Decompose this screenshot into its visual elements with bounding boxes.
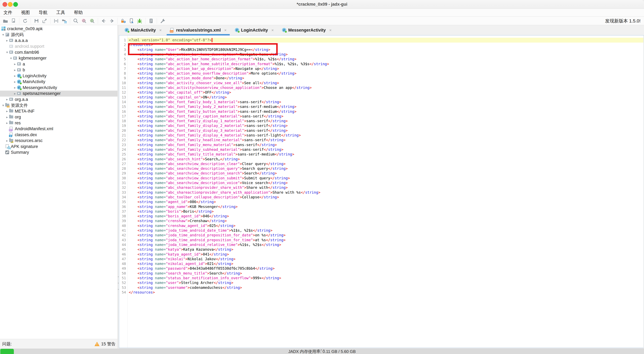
tree-toggle-icon[interactable]: ▸	[13, 74, 17, 78]
panel-splitter[interactable]	[118, 25, 119, 339]
line-number: 3	[124, 47, 126, 52]
tree-toggle-icon[interactable]: ▾	[1, 33, 5, 37]
tree-toggle-icon[interactable]: ▸	[13, 68, 17, 72]
code-line: <string name="user">Sterling Archer</str…	[129, 280, 233, 285]
tree-toggle-icon[interactable]: ▸	[13, 62, 17, 66]
package-view-icon[interactable]	[60, 17, 68, 24]
line-number: 29	[122, 171, 126, 176]
text-search-icon[interactable]	[72, 17, 80, 24]
code-line: <string name="abc_action_mode_done">Done…	[129, 76, 244, 81]
tree-item-classes-dex[interactable]: J classes.dex	[0, 132, 118, 138]
tree-toggle-icon[interactable]: ▸	[5, 39, 9, 42]
line-number: 34	[122, 195, 126, 200]
tree-item-org-a-a[interactable]: ▸ org.a.a	[0, 96, 118, 102]
preferences-icon[interactable]	[158, 17, 167, 24]
close-tab-icon[interactable]: ×	[271, 28, 274, 33]
deobfuscation-icon[interactable]	[119, 17, 127, 24]
tree-item-spetsnazmessenger[interactable]: ▸ spetsnazmessenger	[0, 91, 118, 97]
line-number: 17	[122, 114, 126, 119]
tree-item-messengeractivity[interactable]: ▸ c MessengerActivity	[0, 85, 118, 91]
open-file-icon[interactable]	[1, 17, 10, 24]
tree-item-crackme-0x09-apk[interactable]: crackme_0x09.apk	[0, 26, 118, 32]
quark-icon[interactable]	[127, 17, 136, 24]
title-bar: *crackme_0x09 - jadx-gui	[0, 0, 644, 9]
tree-toggle-icon[interactable]: ▸	[5, 121, 9, 125]
tree-toggle-icon[interactable]: ▸	[5, 115, 9, 119]
code-line: <string name="joda_time_android_date_tim…	[129, 228, 272, 233]
class-search-icon[interactable]	[80, 17, 88, 24]
export-icon[interactable]	[40, 17, 49, 24]
add-files-icon[interactable]	[10, 17, 18, 24]
tree-item-kgbmessenger[interactable]: ▾ kgbmessenger	[0, 55, 118, 61]
back-icon[interactable]	[100, 17, 108, 24]
flatten-packages-icon[interactable]	[52, 17, 60, 24]
code-line: <string name="search_menu_title">Search<…	[129, 271, 242, 276]
pkg-icon	[17, 91, 22, 96]
menu-工具[interactable]: 工具	[56, 9, 65, 15]
tree-item-resources-arsc[interactable]: ▸ resources.arsc	[0, 138, 118, 144]
line-number: 18	[122, 119, 126, 123]
close-tab-icon[interactable]: ×	[224, 28, 226, 33]
tree-item-res[interactable]: ▸ res	[0, 120, 118, 126]
tree-toggle-icon[interactable]: ▸	[13, 92, 17, 95]
tree-item-label: a	[23, 62, 25, 67]
tree-item-a-a-a-a[interactable]: ▸ a.a.a.a	[0, 37, 118, 43]
line-number-gutter: 1234567891011121314151617181920212223242…	[119, 35, 128, 348]
tab-messengeractivity[interactable]: c MessengerActivity ×	[278, 25, 336, 35]
tab-loginactivity[interactable]: c LoginActivity ×	[231, 25, 278, 35]
tree-item-a[interactable]: ▸ a	[0, 61, 118, 67]
tree-toggle-icon[interactable]: ▾	[9, 56, 13, 60]
tree-item-源代码[interactable]: ▾ 源代码	[0, 32, 118, 38]
reload-icon[interactable]	[21, 17, 29, 24]
log-viewer-icon[interactable]	[147, 17, 155, 24]
tree-item-mainactivity[interactable]: ▸ c MainActivity	[0, 79, 118, 85]
menu-文件[interactable]: 文件	[4, 9, 12, 15]
tree-item-b[interactable]: ▸ b	[0, 67, 118, 73]
line-number: 16	[122, 109, 126, 114]
tree-item-org[interactable]: ▸ org	[0, 114, 118, 120]
forward-icon[interactable]	[108, 17, 116, 24]
tree-item-android-support[interactable]: android.support	[0, 43, 118, 49]
tree-toggle-icon[interactable]: ▸	[13, 80, 17, 84]
menu-视图[interactable]: 视图	[21, 9, 30, 15]
tree-toggle-icon[interactable]: ▸	[5, 139, 9, 143]
code-line: <string name="abc_font_family_menu_mater…	[129, 143, 277, 147]
tree-toggle-icon[interactable]: ▾	[1, 104, 5, 107]
tree-item-com-tlamb96[interactable]: ▾ com.tlamb96	[0, 49, 118, 55]
comment-search-icon[interactable]	[88, 17, 96, 24]
save-all-icon[interactable]	[32, 17, 40, 24]
tree-toggle-icon[interactable]: ▸	[13, 86, 17, 90]
close-tab-icon[interactable]: ×	[159, 28, 162, 33]
tree-toggle-icon[interactable]: ▸	[5, 109, 9, 113]
menu-bar: 文件视图导航工具帮助	[0, 9, 644, 16]
tab-label: MessengerActivity	[288, 28, 326, 33]
tree-item-meta-inf[interactable]: ▸ META-INF	[0, 108, 118, 114]
class-icon: c	[282, 28, 286, 32]
class-icon: c	[235, 28, 240, 32]
update-notice-link[interactable]: 发现新版本 1.5.0!	[605, 17, 640, 25]
line-number: 23	[122, 143, 126, 147]
summary-icon	[5, 150, 10, 155]
warnings-badge[interactable]: ! 15 警告	[94, 339, 116, 349]
code-line: <string name="abc_capital_off">OFF</stri…	[129, 90, 231, 95]
tree-item-apk-signature[interactable]: APK signature	[0, 144, 118, 150]
tree-item-androidmanifest-xml[interactable]: MF AndroidManifest.xml	[0, 126, 118, 132]
code-line: <string name="password">84e343a0486ff055…	[129, 266, 275, 271]
line-number: 9	[124, 76, 126, 81]
tree-toggle-icon[interactable]: ▸	[5, 98, 9, 101]
tree-toggle-icon[interactable]: ▾	[5, 50, 9, 54]
tree-item-资源文件[interactable]: ▾ 资源文件	[0, 102, 118, 108]
line-number: 8	[124, 71, 126, 76]
pkg-icon	[9, 50, 14, 55]
debugger-icon[interactable]	[136, 17, 144, 24]
line-number: 24	[122, 147, 126, 152]
menu-导航[interactable]: 导航	[39, 9, 48, 15]
tab-mainactivity[interactable]: c MainActivity ×	[120, 25, 166, 35]
code-line: <string name="crenshaw">Crenshaw</string…	[129, 218, 227, 223]
tab-res-values-strings-xml[interactable]: <> res/values/strings.xml ×	[166, 25, 231, 35]
menu-帮助[interactable]: 帮助	[74, 9, 83, 15]
code-editor[interactable]: 1234567891011121314151617181920212223242…	[119, 35, 644, 348]
close-tab-icon[interactable]: ×	[329, 28, 332, 33]
tree-item-loginactivity[interactable]: ▸ c LoginActivity	[0, 73, 118, 79]
tree-item-summary[interactable]: Summary	[0, 150, 118, 156]
